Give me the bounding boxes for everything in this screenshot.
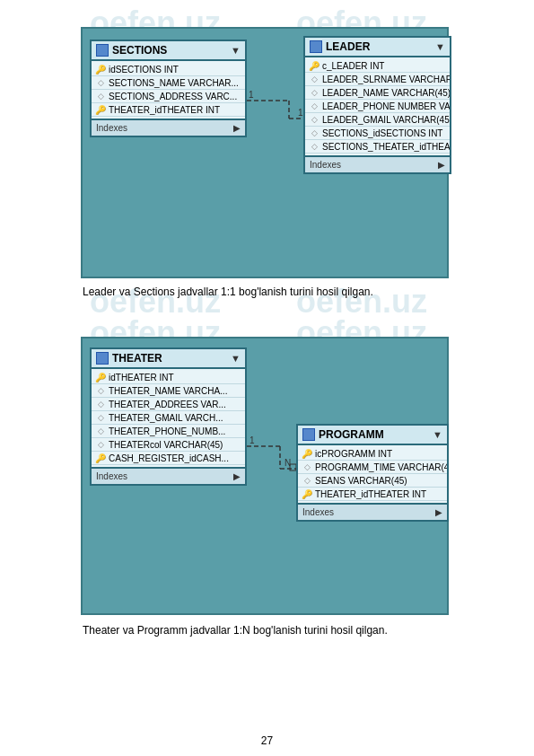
sections-field-0: 🔑 idSECTIONS INT bbox=[92, 63, 245, 76]
theater-field-0: 🔑 idTHEATER INT bbox=[92, 371, 245, 384]
leader-field-6: ◇ SECTIONS_THEATER_idTHEATE... bbox=[305, 140, 450, 154]
programm-arrow-icon: ▼ bbox=[433, 429, 442, 440]
programm-indexes-label: Indexes bbox=[302, 507, 334, 517]
leader-indexes-label: Indexes bbox=[310, 160, 341, 170]
leader-card-body: 🔑 c_LEADER INT ◇ LEADER_SLRNAME VARCHAR(… bbox=[305, 57, 450, 155]
programm-indexes-arrow: ▶ bbox=[435, 507, 442, 517]
svg-rect-10 bbox=[290, 464, 296, 470]
leader-field-text-1: LEADER_SLRNAME VARCHAR(45) bbox=[322, 75, 450, 84]
sections-indexes: Indexes ▶ bbox=[92, 119, 245, 136]
leader-diamond-icon-4: ◇ bbox=[309, 114, 320, 125]
theater-keyred-icon-6: 🔑 bbox=[95, 453, 106, 463]
theater-table-icon bbox=[96, 352, 109, 365]
theater-indexes-arrow: ▶ bbox=[233, 471, 241, 481]
leader-table-card: LEADER ▼ 🔑 c_LEADER INT ◇ LEADER_SLRNAME… bbox=[303, 36, 451, 174]
theater-field-3: ◇ THEATER_GMAIL VARCH... bbox=[92, 411, 245, 425]
sections-field-1: ◇ SECTIONS_NAME VARCHAR... bbox=[92, 76, 245, 90]
page-number-text: 27 bbox=[261, 734, 273, 747]
theater-diamond-icon-4: ◇ bbox=[95, 426, 106, 436]
theater-table-title: THEATER bbox=[112, 352, 162, 365]
programm-table-card: PROGRAMM ▼ 🔑 icPROGRAMM INT ◇ PROGRAMM_T… bbox=[296, 424, 449, 522]
programm-field-text-1: PROGRAMM_TIME VARCHAR(45) bbox=[315, 462, 447, 472]
top-diagram-area: SECTIONS ▼ 🔑 idSECTIONS INT ◇ SECTIONS_N… bbox=[81, 27, 449, 278]
top-caption: Leader va Sections jadvallar 1:1 bog'lan… bbox=[83, 286, 373, 298]
theater-card-body: 🔑 idTHEATER INT ◇ THEATER_NAME VARCHA...… bbox=[92, 369, 245, 467]
leader-indexes: Indexes ▶ bbox=[305, 155, 450, 172]
sections-field-2: ◇ SECTIONS_ADDRESS VARC... bbox=[92, 90, 245, 103]
leader-diamond-icon-1: ◇ bbox=[309, 74, 320, 84]
theater-field-6: 🔑 CASH_REGISTER_idCASH... bbox=[92, 452, 245, 465]
programm-field-2: ◇ SEANS VARCHAR(45) bbox=[298, 474, 447, 488]
sections-field-text-3: THEATER_idTHEATER INT bbox=[109, 105, 220, 115]
leader-field-text-0: c_LEADER INT bbox=[322, 61, 384, 71]
leader-field-text-4: LEADER_GMAIL VARCHAR(45) bbox=[322, 115, 450, 125]
sections-diamond-icon-1: ◇ bbox=[95, 77, 106, 88]
page-number: 27 bbox=[261, 734, 273, 747]
sections-keyred-icon-3: 🔑 bbox=[95, 104, 106, 115]
top-caption-text: Leader va Sections jadvallar 1:1 bog'lan… bbox=[83, 286, 373, 298]
leader-table-header: LEADER ▼ bbox=[305, 38, 450, 57]
theater-field-2: ◇ THEATER_ADDREES VAR... bbox=[92, 398, 245, 411]
sections-key-icon-0: 🔑 bbox=[95, 64, 106, 75]
leader-field-1: ◇ LEADER_SLRNAME VARCHAR(45) bbox=[305, 73, 450, 86]
programm-field-text-3: THEATER_idTHEATER INT bbox=[315, 489, 426, 499]
leader-arrow-icon: ▼ bbox=[435, 41, 445, 52]
sections-field-text-1: SECTIONS_NAME VARCHAR... bbox=[109, 78, 239, 88]
theater-field-text-1: THEATER_NAME VARCHA... bbox=[109, 386, 227, 396]
programm-key-icon-0: 🔑 bbox=[302, 448, 312, 459]
leader-field-0: 🔑 c_LEADER INT bbox=[305, 59, 450, 73]
leader-field-text-2: LEADER_NAME VARCHAR(45) bbox=[322, 88, 450, 98]
theater-key-icon-0: 🔑 bbox=[95, 372, 106, 382]
sections-table-header: SECTIONS ▼ bbox=[92, 41, 245, 61]
theater-arrow-icon: ▼ bbox=[231, 353, 241, 364]
programm-table-icon bbox=[302, 428, 315, 441]
theater-diamond-icon-5: ◇ bbox=[95, 439, 106, 450]
sections-field-text-0: idSECTIONS INT bbox=[109, 65, 179, 75]
programm-keyred-icon-3: 🔑 bbox=[302, 488, 312, 499]
sections-diamond-icon-2: ◇ bbox=[95, 91, 106, 101]
theater-field-text-2: THEATER_ADDREES VAR... bbox=[109, 400, 226, 409]
theater-field-text-6: CASH_REGISTER_idCASH... bbox=[109, 453, 229, 463]
programm-card-body: 🔑 icPROGRAMM INT ◇ PROGRAMM_TIME VARCHAR… bbox=[298, 445, 447, 503]
theater-field-4: ◇ THEATER_PHONE_NUMB... bbox=[92, 425, 245, 438]
theater-diamond-icon-2: ◇ bbox=[95, 399, 106, 409]
programm-field-0: 🔑 icPROGRAMM INT bbox=[298, 447, 447, 461]
leader-field-2: ◇ LEADER_NAME VARCHAR(45) bbox=[305, 86, 450, 100]
leader-table-title: LEADER bbox=[326, 40, 370, 53]
sections-arrow-icon: ▼ bbox=[231, 45, 241, 56]
svg-text:N: N bbox=[285, 458, 291, 468]
theater-indexes: Indexes ▶ bbox=[92, 467, 245, 484]
sections-field-text-2: SECTIONS_ADDRESS VARC... bbox=[109, 92, 237, 101]
leader-diamond-icon-2: ◇ bbox=[309, 87, 320, 98]
programm-field-3: 🔑 THEATER_idTHEATER INT bbox=[298, 488, 447, 501]
leader-field-5: ◇ SECTIONS_idSECTIONS INT bbox=[305, 127, 450, 140]
theater-field-5: ◇ THEATERcol VARCHAR(45) bbox=[92, 438, 245, 452]
theater-indexes-label: Indexes bbox=[96, 471, 127, 481]
leader-table-icon bbox=[310, 40, 322, 53]
programm-diamond-icon-2: ◇ bbox=[302, 475, 312, 486]
theater-field-1: ◇ THEATER_NAME VARCHA... bbox=[92, 384, 245, 398]
programm-table-header: PROGRAMM ▼ bbox=[298, 426, 447, 445]
theater-field-text-4: THEATER_PHONE_NUMB... bbox=[109, 426, 225, 436]
programm-field-text-2: SEANS VARCHAR(45) bbox=[315, 476, 407, 486]
leader-field-text-5: SECTIONS_idSECTIONS INT bbox=[322, 128, 442, 138]
theater-table-header: THEATER ▼ bbox=[92, 349, 245, 369]
svg-text:1: 1 bbox=[249, 435, 255, 445]
leader-diamond-icon-3: ◇ bbox=[309, 101, 320, 111]
leader-key-icon-0: 🔑 bbox=[309, 60, 320, 71]
leader-field-text-6: SECTIONS_THEATER_idTHEATE... bbox=[322, 142, 450, 152]
svg-text:1: 1 bbox=[249, 90, 254, 100]
theater-diamond-icon-3: ◇ bbox=[95, 412, 106, 423]
programm-indexes: Indexes ▶ bbox=[298, 503, 447, 520]
leader-field-3: ◇ LEADER_PHONE NUMBER VARC... bbox=[305, 100, 450, 113]
sections-card-body: 🔑 idSECTIONS INT ◇ SECTIONS_NAME VARCHAR… bbox=[92, 61, 245, 119]
leader-field-text-3: LEADER_PHONE NUMBER VARC... bbox=[322, 101, 450, 111]
bottom-caption-text: Theater va Programm jadvallar 1:N bog'la… bbox=[83, 624, 388, 637]
programm-field-1: ◇ PROGRAMM_TIME VARCHAR(45) bbox=[298, 461, 447, 474]
sections-table-card: SECTIONS ▼ 🔑 idSECTIONS INT ◇ SECTIONS_N… bbox=[90, 40, 247, 137]
theater-diamond-icon-1: ◇ bbox=[95, 385, 106, 396]
sections-indexes-arrow: ▶ bbox=[233, 123, 241, 133]
theater-field-text-5: THEATERcol VARCHAR(45) bbox=[109, 440, 223, 450]
theater-field-text-0: idTHEATER INT bbox=[109, 373, 174, 382]
programm-diamond-icon-1: ◇ bbox=[302, 462, 312, 472]
